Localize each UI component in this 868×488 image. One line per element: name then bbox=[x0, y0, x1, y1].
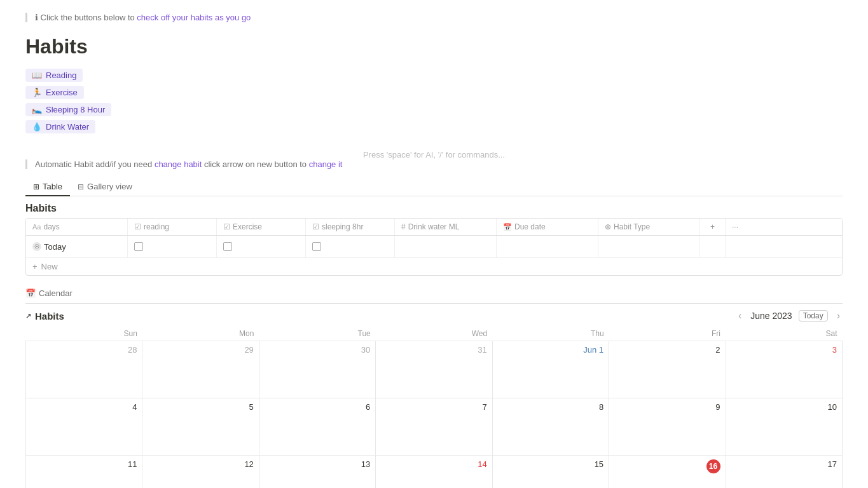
table-icon: ⊞ bbox=[33, 182, 39, 191]
cal-cell-12[interactable]: 12 bbox=[142, 456, 259, 489]
cal-date-jun1: Jun 1 bbox=[498, 345, 603, 355]
days-icon: Aa bbox=[32, 223, 41, 231]
cal-cell-11[interactable]: 11 bbox=[26, 456, 142, 489]
cal-date-17: 17 bbox=[731, 459, 837, 469]
col-exercise: ☑ Exercise bbox=[217, 219, 306, 235]
cell-drink-water[interactable] bbox=[395, 236, 497, 257]
cal-date-14: 14 bbox=[381, 459, 486, 469]
cal-date-9: 9 bbox=[614, 402, 720, 412]
cal-cell-30[interactable]: 30 bbox=[259, 341, 375, 398]
col-days: Aa days bbox=[26, 219, 128, 235]
today-date-badge: 16 bbox=[706, 459, 720, 473]
cal-date-30: 30 bbox=[265, 345, 370, 355]
sleeping-label: Sleeping 8 Hour bbox=[46, 105, 105, 114]
drink-icon: 💧 bbox=[32, 122, 42, 132]
calendar-tab-label-text: Calendar bbox=[39, 288, 72, 298]
tab-table[interactable]: ⊞ Table bbox=[25, 178, 70, 196]
cal-cell-3[interactable]: 3 bbox=[726, 341, 842, 398]
calendar-header: ↗ Habits ‹ June 2023 Today › bbox=[25, 304, 843, 327]
cal-date-29: 29 bbox=[148, 345, 253, 355]
cal-cell-4[interactable]: 4 bbox=[26, 398, 142, 456]
calendar-body: 28 29 30 31 Jun 1 2 3 4 5 6 7 8 9 10 11 bbox=[26, 341, 843, 489]
cell-exercise[interactable] bbox=[217, 236, 306, 257]
cal-date-2: 2 bbox=[614, 345, 720, 355]
cal-cell-jun1[interactable]: Jun 1 bbox=[492, 341, 609, 398]
cal-cell-31[interactable]: 31 bbox=[376, 341, 492, 398]
day-header-sat: Sat bbox=[726, 327, 842, 341]
col-habit-type: ⊕ Habit Type bbox=[598, 219, 700, 235]
day-header-thu: Thu bbox=[492, 327, 609, 341]
cell-reading[interactable] bbox=[128, 236, 217, 257]
habit-type-icon: ⊕ bbox=[605, 222, 611, 231]
exercise-label: Exercise bbox=[46, 88, 78, 97]
col-more[interactable]: ··· bbox=[726, 219, 745, 235]
day-header-sun: Sun bbox=[26, 327, 142, 341]
next-month-button[interactable]: › bbox=[834, 310, 843, 322]
col-add[interactable]: + bbox=[700, 219, 726, 235]
reading-checkbox[interactable] bbox=[134, 242, 143, 251]
cal-cell-17[interactable]: 17 bbox=[726, 456, 842, 489]
cell-habit-type[interactable] bbox=[598, 236, 700, 257]
cal-cell-2[interactable]: 2 bbox=[609, 341, 726, 398]
due-date-icon: 📅 bbox=[503, 223, 512, 231]
table-header: Aa days ☑ reading ☑ Exercise ☑ sleeping … bbox=[26, 219, 842, 236]
cell-more-col bbox=[726, 236, 745, 257]
hint-hl2: change it bbox=[309, 159, 343, 169]
cal-date-11: 11 bbox=[31, 459, 137, 469]
habit-tag-sleeping[interactable]: 🛌 Sleeping 8 Hour bbox=[25, 103, 111, 116]
cal-date-4: 4 bbox=[31, 402, 137, 412]
exercise-checkbox[interactable] bbox=[223, 242, 232, 251]
reading-label: Reading bbox=[46, 71, 76, 80]
calendar-week-3: 11 12 13 14 15 16 17 bbox=[26, 456, 843, 489]
cal-cell-14[interactable]: 14 bbox=[376, 456, 492, 489]
cal-cell-13[interactable]: 13 bbox=[259, 456, 375, 489]
calendar-week-2: 4 5 6 7 8 9 10 bbox=[26, 398, 843, 456]
cal-date-31: 31 bbox=[381, 345, 486, 355]
cal-date-13: 13 bbox=[265, 459, 370, 469]
cal-date-3: 3 bbox=[731, 345, 837, 355]
month-label: June 2023 bbox=[750, 311, 792, 321]
month-nav: ‹ June 2023 Today › bbox=[736, 310, 843, 322]
day-header-tue: Tue bbox=[259, 327, 375, 341]
cell-due-date[interactable] bbox=[497, 236, 598, 257]
tab-gallery[interactable]: ⊟ Gallery view bbox=[70, 178, 140, 196]
cal-date-6: 6 bbox=[265, 402, 370, 412]
habit-tag-exercise[interactable]: 🏃 Exercise bbox=[25, 86, 84, 99]
cal-cell-9[interactable]: 9 bbox=[609, 398, 726, 456]
calendar-grid: Sun Mon Tue Wed Thu Fri Sat 28 29 30 31 … bbox=[25, 327, 843, 488]
calendar-tab-row: 📅 Calendar bbox=[25, 288, 843, 304]
cell-days-value: Today bbox=[44, 242, 66, 252]
cal-cell-8[interactable]: 8 bbox=[492, 398, 609, 456]
new-row-plus-icon: + bbox=[32, 262, 38, 271]
tab-table-label: Table bbox=[43, 182, 62, 191]
cal-cell-5[interactable]: 5 bbox=[142, 398, 259, 456]
cal-date-5: 5 bbox=[148, 402, 253, 412]
table-section-title: Habits bbox=[25, 196, 843, 218]
info-bar: ℹ Click the buttons below to check off y… bbox=[25, 13, 843, 22]
calendar-tab[interactable]: 📅 Calendar bbox=[25, 288, 72, 298]
cal-date-7: 7 bbox=[381, 402, 486, 412]
calendar-linked-title: ↗ Habits bbox=[25, 311, 64, 322]
new-row-button[interactable]: + New bbox=[26, 258, 842, 275]
today-nav-button[interactable]: Today bbox=[799, 310, 828, 322]
cal-cell-15[interactable]: 15 bbox=[492, 456, 609, 489]
cal-cell-7[interactable]: 7 bbox=[376, 398, 492, 456]
cal-cell-28[interactable]: 28 bbox=[26, 341, 142, 398]
calendar-section: 📅 Calendar ↗ Habits ‹ June 2023 Today › … bbox=[25, 288, 843, 488]
habit-tag-reading[interactable]: 📖 Reading bbox=[25, 69, 83, 82]
cal-cell-6[interactable]: 6 bbox=[259, 398, 375, 456]
exercise-col-icon: ☑ bbox=[223, 222, 230, 231]
cal-date-28: 28 bbox=[31, 345, 137, 355]
cal-cell-16[interactable]: 16 bbox=[609, 456, 726, 489]
cell-sleeping[interactable] bbox=[306, 236, 395, 257]
calendar-linked-title-text: Habits bbox=[35, 311, 64, 322]
habit-tag-drink[interactable]: 💧 Drink Water bbox=[25, 120, 95, 133]
sleeping-checkbox[interactable] bbox=[312, 242, 321, 251]
cal-cell-29[interactable]: 29 bbox=[142, 341, 259, 398]
calendar-icon: 📅 bbox=[25, 288, 36, 298]
prev-month-button[interactable]: ‹ bbox=[736, 310, 744, 322]
info-highlight: check off your habits as you go bbox=[137, 13, 251, 22]
col-sleeping: ☑ sleeping 8hr bbox=[306, 219, 395, 235]
drink-label: Drink Water bbox=[46, 122, 89, 132]
cal-cell-10[interactable]: 10 bbox=[726, 398, 842, 456]
